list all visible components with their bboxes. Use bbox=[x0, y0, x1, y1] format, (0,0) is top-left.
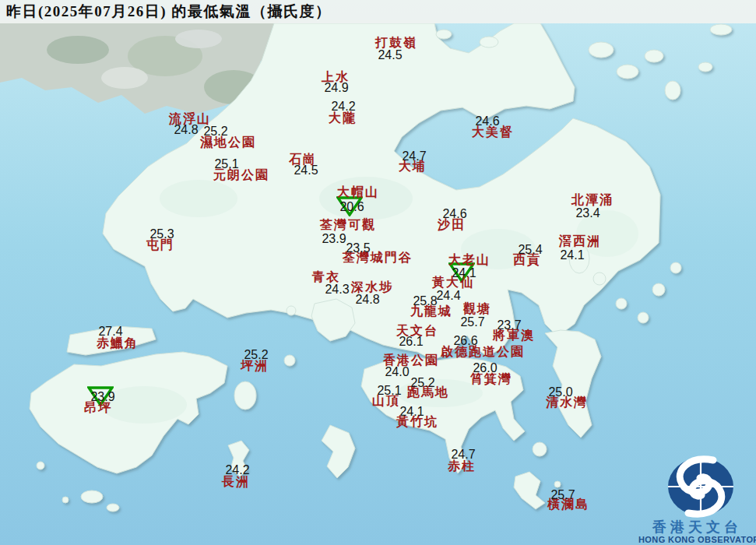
station-value: 25.3 bbox=[149, 227, 174, 241]
station-value: 23.7 bbox=[497, 318, 521, 332]
station-value: 24.4 bbox=[436, 289, 460, 303]
station-name: 滘西洲 bbox=[559, 234, 601, 250]
hko-logo-chinese-name: 香港天文台 bbox=[638, 519, 756, 535]
station-value: 24.6 bbox=[442, 207, 466, 221]
station-value: 27.4 bbox=[98, 325, 122, 339]
hko-logo-icon bbox=[638, 455, 756, 518]
station-value: 25.1 bbox=[214, 157, 238, 171]
station-name: 大帽山 bbox=[337, 185, 379, 201]
weather-map: 昨日(2025年07月26日) 的最低氣溫（攝氏度） 打鼓嶺24.5上水24.9… bbox=[0, 0, 756, 545]
station-value: 24.5 bbox=[378, 48, 402, 62]
station-value: 24.6 bbox=[475, 114, 499, 128]
station-value: 26.0 bbox=[473, 361, 497, 375]
station-value: 24.2 bbox=[331, 100, 355, 114]
station-value: 23.9 bbox=[322, 232, 346, 246]
hko-logo-english-name: HONG KONG OBSERVATORY bbox=[638, 535, 756, 545]
hko-logo: 香港天文台 HONG KONG OBSERVATORY bbox=[638, 455, 756, 545]
station-value: 25.4 bbox=[518, 243, 542, 257]
station-value: 25.8 bbox=[413, 294, 437, 308]
station-value: 24.2 bbox=[225, 463, 249, 477]
station-value: 25.2 bbox=[244, 348, 268, 362]
station-value: 25.1 bbox=[377, 384, 401, 398]
station-value: 24.9 bbox=[324, 81, 348, 95]
station-value: 25.7 bbox=[460, 315, 484, 329]
station-value: 24.8 bbox=[355, 293, 379, 307]
station-value: 24.5 bbox=[294, 164, 318, 178]
station-value: 26.6 bbox=[453, 334, 477, 348]
station-value: 25.2 bbox=[410, 376, 434, 390]
station-value: 23.4 bbox=[575, 206, 600, 220]
station-value: 24.8 bbox=[174, 123, 198, 137]
station-value: 24.3 bbox=[325, 283, 349, 297]
station-value: 23.9 bbox=[90, 390, 114, 404]
station-value: 23.5 bbox=[346, 241, 370, 255]
station-value: 24.7 bbox=[451, 448, 475, 462]
station-name: 荃灣可觀 bbox=[320, 217, 376, 234]
station-value: 24.1 bbox=[560, 248, 584, 262]
station-value: 25.2 bbox=[203, 125, 227, 139]
station-value: 25.7 bbox=[550, 488, 575, 502]
station-value: 24.1 bbox=[399, 405, 424, 419]
station-value: 26.1 bbox=[399, 335, 423, 349]
station-value: 20.6 bbox=[339, 200, 364, 214]
station-value: 24.0 bbox=[385, 365, 409, 379]
station-value: 24.7 bbox=[402, 149, 426, 164]
station-value: 25.0 bbox=[548, 385, 572, 399]
